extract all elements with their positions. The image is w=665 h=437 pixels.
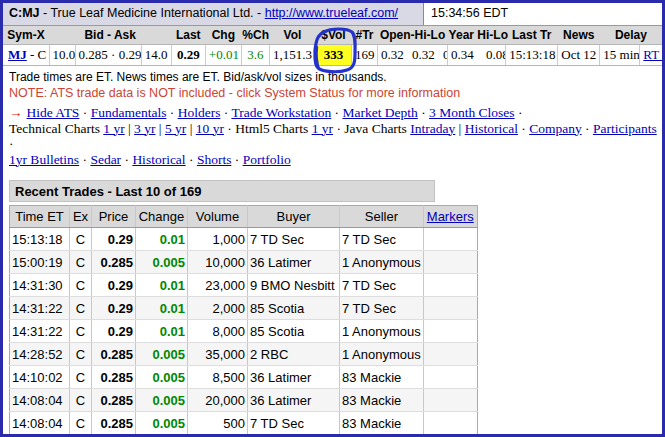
nav-link-trade-workstation[interactable]: Trade Workstation — [231, 105, 331, 120]
table-row: 15:00:19 C 0.285 0.005 10,000 36 Latimer… — [10, 251, 478, 274]
trade-volume: 10,000 — [188, 251, 248, 274]
trade-markers — [423, 251, 477, 274]
table-row: 14:31:22 C 0.29 0.01 2,000 85 Scotia 7 T… — [10, 297, 478, 320]
realtime-link[interactable]: RT 2 — [643, 47, 662, 62]
trade-buyer: 7 TD Sec — [248, 412, 340, 435]
trade-markers — [423, 228, 477, 251]
trade-seller: 7 TD Sec — [340, 297, 424, 320]
trade-volume: 23,000 — [188, 274, 248, 297]
quote-time: 15:34:56 EDT — [423, 3, 662, 25]
trade-exchange: C — [70, 297, 92, 320]
nav-link-fundamentals[interactable]: Fundamentals — [91, 105, 167, 120]
col-buyer: Buyer — [248, 206, 340, 228]
nav-line-2: Technical Charts 1 yr | 3 yr | 5 yr | 10… — [9, 121, 662, 152]
trades-body: 15:13:18 C 0.29 0.01 1,000 7 TD Sec 7 TD… — [10, 228, 478, 437]
table-row: 15:13:18 C 0.29 0.01 1,000 7 TD Sec 7 TD… — [10, 228, 478, 251]
nav-link-portfolio[interactable]: Portfolio — [243, 152, 291, 167]
trade-seller: 83 Mackie — [340, 389, 424, 412]
col-year-hi-lo: Year Hi-Lo — [448, 26, 506, 45]
table-row: 14:10:02 C 0.285 0.005 8,500 36 Latimer … — [10, 366, 478, 389]
nav-link-participants[interactable]: Participants — [593, 121, 657, 136]
markers-link[interactable]: Markers — [427, 209, 474, 224]
trade-time: 14:31:22 — [10, 297, 70, 320]
trade-volume: 1,000 — [188, 228, 248, 251]
nav-text: | — [125, 121, 134, 136]
trade-change: 0.005 — [136, 251, 188, 274]
nav-text: · — [9, 136, 14, 151]
nav-text: · — [515, 105, 523, 120]
col-chg: Chg — [205, 26, 241, 45]
trade-price: 0.285 — [92, 389, 136, 412]
trade-buyer: 2 RBC — [248, 343, 340, 366]
nav-link-sedar[interactable]: Sedar — [90, 152, 121, 167]
nav-link-1yr-bulletins[interactable]: 1yr Bulletins — [9, 152, 79, 167]
nav-text: · — [79, 152, 90, 167]
nav-link-historical[interactable]: Historical — [132, 152, 185, 167]
nav-text: · — [79, 105, 90, 120]
trade-exchange: C — [70, 343, 92, 366]
nav-link-1-yr[interactable]: 1 yr — [312, 121, 333, 136]
trade-buyer: 7 TD Sec — [248, 228, 340, 251]
trade-price: 0.285 — [92, 366, 136, 389]
trade-markers — [423, 366, 477, 389]
nav-link-historical[interactable]: Historical — [465, 121, 518, 136]
trade-change: 0.005 — [136, 389, 188, 412]
red-arrow-icon: → — [9, 105, 23, 120]
nav-link-3-month-closes[interactable]: 3 Month Closes — [429, 105, 515, 120]
title-bar: C:MJ - True Leaf Medicine International … — [3, 3, 662, 26]
col-news: News — [558, 26, 600, 45]
nav-link-5-yr[interactable]: 5 yr — [165, 121, 186, 136]
trade-volume: 20,000 — [188, 389, 248, 412]
trade-change: 0.005 — [136, 366, 188, 389]
ask-size: 14.0 — [141, 45, 171, 66]
trade-buyer: 9 BMO Nesbitt — [248, 274, 340, 297]
trade-change: 0.01 — [136, 320, 188, 343]
open-hi-lo: 0.32 0.32 0.27 — [378, 45, 448, 66]
nav-text: · — [418, 105, 429, 120]
col-time: Time ET — [10, 206, 70, 228]
page-title: C:MJ - True Leaf Medicine International … — [3, 3, 423, 25]
trade-change: 0.005 — [136, 412, 188, 435]
col-exchange: Ex — [70, 206, 92, 228]
trades-header-row: Time ET Ex Price Change Volume Buyer Sel… — [10, 206, 478, 228]
trade-markers — [423, 389, 477, 412]
nav-link-intraday[interactable]: Intraday — [410, 121, 455, 136]
nav-link-market-depth[interactable]: Market Depth — [342, 105, 417, 120]
table-row: 14:28:52 C 0.285 0.005 35,000 2 RBC 1 An… — [10, 343, 478, 366]
recent-trades-section: Recent Trades - Last 10 of 169 Time ET E… — [9, 180, 662, 437]
trade-time: 14:31:30 — [10, 274, 70, 297]
col-vol: Vol — [269, 26, 315, 45]
col-sym: Sym-X — [3, 26, 49, 45]
trade-buyer: 85 Scotia — [248, 320, 340, 343]
trade-volume: 500 — [188, 412, 248, 435]
trade-price: 0.285 — [92, 343, 136, 366]
col-delay: Delay — [600, 26, 662, 45]
trade-volume: 35,000 — [188, 343, 248, 366]
symbol-suffix: - C — [27, 47, 47, 62]
symbol-link[interactable]: MJ — [8, 47, 27, 62]
trade-buyer: 36 Latimer — [248, 251, 340, 274]
nav-link-holders[interactable]: Holders — [178, 105, 221, 120]
nav-text: | — [186, 121, 195, 136]
trade-seller: 7 TD Sec — [340, 274, 424, 297]
nav-link-shorts[interactable]: Shorts — [197, 152, 232, 167]
trade-markers — [423, 343, 477, 366]
col-last-tr: Last Tr — [506, 26, 558, 45]
trade-markers — [423, 274, 477, 297]
nav-link-10-yr[interactable]: 10 yr — [196, 121, 224, 136]
company-url-link[interactable]: http://www.trueleaf.com/ — [265, 6, 398, 20]
nav-text: Technical Charts — [9, 121, 103, 136]
trade-seller: 83 Mackie — [340, 412, 424, 435]
title-sep: - — [40, 6, 51, 20]
trade-buyer: 85 Scotia — [248, 297, 340, 320]
nav-link-hide-ats[interactable]: Hide ATS — [27, 105, 80, 120]
nav-link-3-yr[interactable]: 3 yr — [134, 121, 155, 136]
nav-link-1-yr[interactable]: 1 yr — [103, 121, 124, 136]
col-bid-ask: Bid - Ask — [49, 26, 171, 45]
trade-exchange: C — [70, 389, 92, 412]
nav-text: | — [155, 121, 164, 136]
last-price: 0.29 — [171, 45, 205, 66]
nav-link-company[interactable]: Company — [529, 121, 582, 136]
trade-volume: 8,500 — [188, 366, 248, 389]
trade-time: 14:31:22 — [10, 320, 70, 343]
